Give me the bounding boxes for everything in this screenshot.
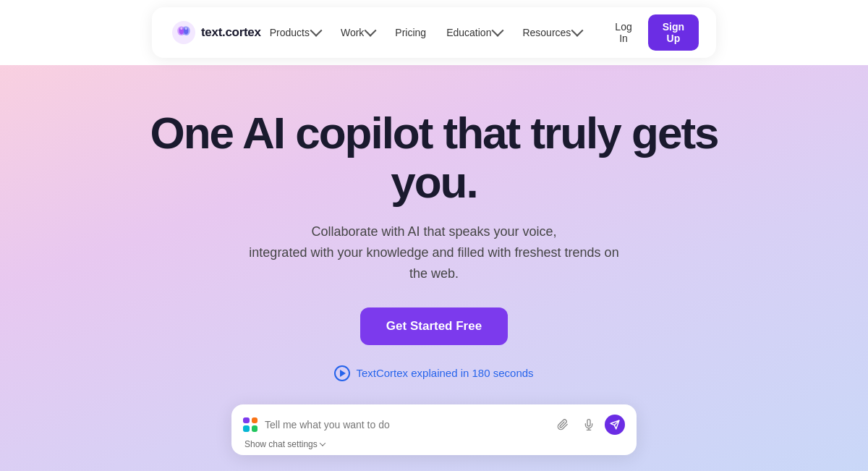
chevron-down-icon bbox=[319, 440, 325, 446]
chat-action-icons bbox=[553, 415, 625, 435]
nav-link-resources[interactable]: Resources bbox=[514, 22, 590, 43]
chat-settings-label: Show chat settings bbox=[244, 439, 318, 449]
logo-icon bbox=[172, 21, 195, 44]
chat-bar: Show chat settings bbox=[231, 404, 637, 455]
chat-input[interactable] bbox=[265, 419, 545, 430]
hero-subtitle: Collaborate with AI that speaks your voi… bbox=[246, 221, 622, 284]
nav-auth: Log In Sign Up bbox=[608, 14, 699, 51]
signup-button[interactable]: Sign Up bbox=[648, 14, 699, 51]
mic-icon bbox=[583, 419, 595, 430]
chevron-down-icon bbox=[571, 25, 584, 37]
send-icon bbox=[610, 420, 620, 430]
nav-wrapper: text.cortex Products Work Pricing Educat… bbox=[0, 0, 868, 65]
navbar: text.cortex Products Work Pricing Educat… bbox=[152, 7, 716, 58]
chevron-down-icon bbox=[310, 25, 322, 37]
login-button[interactable]: Log In bbox=[608, 17, 639, 48]
chat-input-row bbox=[243, 415, 625, 435]
paperclip-icon bbox=[557, 419, 569, 430]
video-link[interactable]: TextCortex explained in 180 seconds bbox=[334, 365, 533, 381]
paperclip-button[interactable] bbox=[553, 415, 573, 435]
play-icon bbox=[334, 365, 350, 381]
cta-button[interactable]: Get Started Free bbox=[360, 307, 508, 345]
mic-button[interactable] bbox=[579, 415, 599, 435]
svg-point-6 bbox=[185, 27, 187, 30]
send-button[interactable] bbox=[605, 415, 625, 435]
logo-text: text.cortex bbox=[201, 25, 261, 40]
hero-section: One AI copilot that truly gets you. Coll… bbox=[0, 65, 868, 471]
chevron-down-icon bbox=[365, 25, 377, 37]
logo[interactable]: text.cortex bbox=[172, 21, 261, 44]
nav-link-pricing[interactable]: Pricing bbox=[386, 22, 435, 43]
nav-link-products[interactable]: Products bbox=[261, 22, 329, 43]
nav-link-work[interactable]: Work bbox=[332, 22, 383, 43]
nav-link-education[interactable]: Education bbox=[438, 22, 511, 43]
chat-settings-row[interactable]: Show chat settings bbox=[243, 439, 625, 449]
play-triangle bbox=[340, 370, 346, 377]
chevron-down-icon bbox=[492, 25, 504, 37]
nav-links: Products Work Pricing Education Resource… bbox=[261, 22, 591, 43]
grid-icon bbox=[243, 417, 258, 432]
hero-title: One AI copilot that truly gets you. bbox=[137, 109, 731, 207]
svg-point-5 bbox=[180, 27, 182, 30]
